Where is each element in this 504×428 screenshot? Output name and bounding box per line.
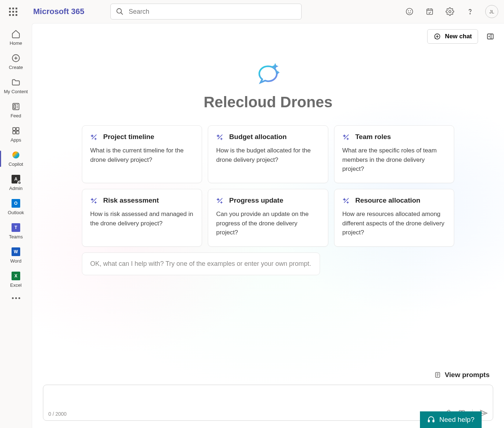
svg-rect-5 <box>427 9 433 14</box>
card-title: Team roles <box>355 133 391 141</box>
prompt-card[interactable]: Project timeline What is the current tim… <box>82 125 202 183</box>
card-body: Can you provide an update on the progres… <box>216 209 320 237</box>
word-icon: W <box>11 247 21 257</box>
prompt-card[interactable]: Budget allocation How is the budget allo… <box>208 125 328 183</box>
helper-row: OK, what can I help with? Try one of the… <box>73 252 463 275</box>
search-input[interactable] <box>129 8 296 16</box>
sidebar-item-label: Feed <box>10 113 21 118</box>
sidebar-item-label: Apps <box>10 137 21 143</box>
sidebar-item-label: My Content <box>4 89 28 94</box>
card-body: How is the budget allocated for the dron… <box>216 146 320 164</box>
wand-icon <box>342 133 350 141</box>
sidebar-item-home[interactable]: Home <box>1 26 30 49</box>
svg-point-6 <box>449 10 451 13</box>
sidebar-more-icon[interactable] <box>12 292 20 304</box>
card-title: Resource allocation <box>355 196 421 204</box>
prompt-card[interactable]: Team roles What are the specific roles o… <box>334 125 454 183</box>
view-prompts-button[interactable]: View prompts <box>434 369 490 381</box>
apps-icon <box>11 126 21 136</box>
sidebar-item-teams[interactable]: T Teams <box>1 220 30 243</box>
settings-gear-icon[interactable] <box>442 4 458 20</box>
create-icon <box>11 53 21 63</box>
search-box[interactable] <box>110 4 302 20</box>
copilot-icon <box>11 150 21 160</box>
svg-rect-23 <box>433 420 434 422</box>
app-launcher-icon[interactable] <box>6 4 20 19</box>
sidebar-item-admin[interactable]: A⚙ Admin <box>1 171 30 195</box>
excel-icon: X <box>11 271 21 281</box>
prompts-icon <box>434 371 441 379</box>
prompt-card[interactable]: Progress update Can you provide an updat… <box>208 189 328 247</box>
sidebar-item-copilot[interactable]: Copilot <box>1 147 30 170</box>
card-title: Progress update <box>229 196 283 204</box>
prompt-cards-grid: Project timeline What is the current tim… <box>73 111 463 247</box>
search-icon <box>116 8 124 16</box>
wand-icon <box>216 196 224 204</box>
teams-icon: T <box>11 222 21 233</box>
wand-icon <box>216 133 224 141</box>
outlook-icon: O <box>11 198 21 208</box>
avatar[interactable]: JL <box>485 5 498 18</box>
help-icon[interactable] <box>462 4 478 20</box>
home-icon <box>11 29 21 39</box>
svg-point-2 <box>406 8 413 15</box>
char-counter: 0 / 2000 <box>48 411 67 417</box>
sidebar-item-create[interactable]: Create <box>1 50 30 74</box>
brand-title[interactable]: Microsoft 365 <box>33 7 84 16</box>
page-title: Relecloud Drones <box>203 94 332 111</box>
admin-icon: A⚙ <box>11 174 21 184</box>
svg-rect-11 <box>13 127 16 130</box>
view-prompts-label: View prompts <box>445 371 490 379</box>
main-content: New chat Relecloud Drones <box>32 23 504 428</box>
sidebar-item-mycontent[interactable]: My Content <box>1 74 30 98</box>
svg-point-7 <box>470 13 470 14</box>
svg-rect-13 <box>13 131 16 134</box>
svg-point-0 <box>117 9 122 13</box>
wand-icon <box>90 133 98 141</box>
sidebar-item-feed[interactable]: Feed <box>1 99 30 122</box>
copilot-chat-icon <box>252 58 284 91</box>
prompt-card[interactable]: Risk assessment How is risk assessed and… <box>82 189 202 247</box>
panel-collapse-icon[interactable] <box>484 30 497 43</box>
svg-rect-17 <box>487 34 493 39</box>
svg-point-15 <box>12 151 19 159</box>
need-help-label: Need help? <box>439 416 474 424</box>
sidebar-item-apps[interactable]: Apps <box>1 123 30 146</box>
card-title: Budget allocation <box>229 133 286 141</box>
tasks-icon[interactable] <box>422 4 438 20</box>
sidebar-item-label: Create <box>9 65 23 70</box>
sidebar-item-label: Outlook <box>8 210 24 215</box>
card-title: Risk assessment <box>103 196 159 204</box>
wand-icon <box>342 196 350 204</box>
sidebar: Home Create My Content Feed Apps <box>0 23 32 428</box>
svg-rect-22 <box>428 420 430 422</box>
sidebar-item-label: Home <box>10 40 22 46</box>
sidebar-item-word[interactable]: W Word <box>1 244 30 267</box>
header: Microsoft 365 JL <box>0 0 504 23</box>
wand-icon <box>90 196 98 204</box>
new-chat-button[interactable]: New chat <box>427 29 478 44</box>
card-body: How is risk assessed and managed in the … <box>90 209 194 228</box>
card-body: What are the specific roles of team memb… <box>342 146 446 174</box>
need-help-button[interactable]: Need help? <box>420 411 482 428</box>
card-body: How are resources allocated among differ… <box>342 209 446 237</box>
card-title: Project timeline <box>103 133 154 141</box>
helper-text: OK, what can I help with? Try one of the… <box>82 252 320 275</box>
sidebar-item-label: Admin <box>9 186 23 191</box>
emoji-icon[interactable] <box>402 4 417 20</box>
new-chat-label: New chat <box>445 33 472 40</box>
sidebar-item-outlook[interactable]: O Outlook <box>1 195 30 219</box>
svg-rect-12 <box>16 127 19 130</box>
sidebar-item-label: Teams <box>9 234 23 239</box>
svg-rect-10 <box>14 105 16 109</box>
svg-line-1 <box>121 13 123 15</box>
prompt-card[interactable]: Resource allocation How are resources al… <box>334 189 454 247</box>
svg-rect-14 <box>16 131 19 134</box>
sidebar-item-label: Copilot <box>9 161 23 167</box>
sidebar-item-excel[interactable]: X Excel <box>1 268 30 291</box>
topbar: New chat <box>32 23 504 44</box>
new-chat-icon <box>433 33 441 40</box>
folder-icon <box>11 77 21 87</box>
svg-point-3 <box>408 11 409 11</box>
sidebar-item-label: Excel <box>10 282 22 288</box>
